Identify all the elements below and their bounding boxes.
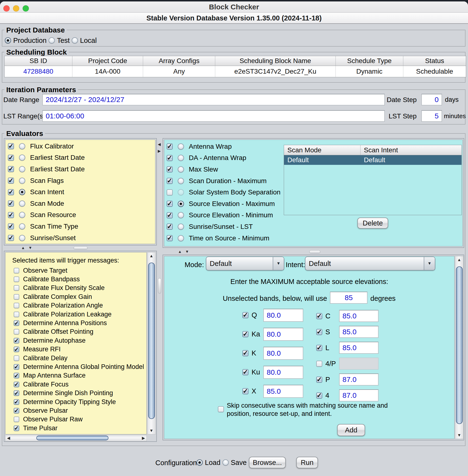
band-checkbox[interactable]: ✓	[242, 350, 249, 356]
constraint-checkbox[interactable]	[167, 189, 173, 195]
trigger-vscrollbar[interactable]: ▲ ▼	[147, 252, 156, 434]
trigger-checkbox[interactable]: ✓	[14, 390, 19, 396]
evaluator-checkbox[interactable]: ✓	[8, 212, 14, 218]
lst-step-input[interactable]: 5	[421, 110, 442, 122]
default-elevation-input[interactable]: 85	[330, 292, 367, 304]
evaluator-radio[interactable]	[19, 212, 25, 218]
project-db-option-radio[interactable]	[49, 37, 55, 44]
scan-table-row[interactable]: DefaultDefault	[284, 155, 462, 165]
band-checkbox[interactable]: ✓	[316, 329, 322, 335]
evaluator-checkbox[interactable]: ✓	[8, 189, 14, 195]
trigger-checkbox[interactable]	[14, 276, 19, 282]
constraint-radio[interactable]	[178, 201, 184, 207]
trigger-checkbox[interactable]: ✓	[14, 347, 19, 352]
evaluator-checkbox[interactable]: ✓	[8, 235, 14, 241]
vertical-splitter-grip[interactable]	[158, 278, 161, 293]
column-header-project-code[interactable]: Project Code	[73, 56, 143, 66]
configuration-option-save[interactable]: Save	[222, 459, 249, 467]
date-range-input[interactable]: 2024/12/27 - 2024/12/27	[42, 94, 385, 105]
scroll-up-icon[interactable]: ▲	[457, 258, 461, 262]
band-elevation-input[interactable]: 80.0	[263, 328, 303, 341]
band-checkbox[interactable]: ✓	[316, 345, 322, 351]
band-checkbox[interactable]	[316, 361, 322, 367]
constraint-checkbox[interactable]: ✓	[167, 143, 173, 150]
constraint-radio[interactable]	[178, 178, 184, 184]
evaluator-radio[interactable]	[19, 200, 25, 207]
intent-dropdown[interactable]: Default ▼	[305, 257, 435, 271]
constraint-radio[interactable]	[178, 166, 184, 172]
skip-consecutive-checkbox[interactable]	[218, 406, 224, 412]
band-elevation-input[interactable]: 80.0	[263, 347, 303, 360]
constraint-checkbox[interactable]: ✓	[167, 224, 173, 230]
trigger-checkbox[interactable]	[14, 329, 19, 335]
evaluator-checkbox[interactable]: ✓	[8, 166, 14, 172]
scroll-down-icon[interactable]: ▼	[149, 429, 153, 433]
constraint-radio[interactable]	[178, 143, 184, 150]
band-checkbox[interactable]: ✓	[242, 312, 249, 318]
band-elevation-input[interactable]: 85.0	[339, 326, 379, 338]
band-elevation-input[interactable]: 80.0	[263, 366, 303, 379]
column-header-scheduling-block-name[interactable]: Scheduling Block Name	[215, 56, 336, 66]
column-header-sb-id[interactable]: SB ID	[5, 56, 73, 66]
minimize-icon[interactable]	[13, 5, 19, 12]
scheduling-table-row[interactable]: 4728848014A-000Anye2eST3C147v2_Dec27_KuD…	[5, 66, 466, 77]
evaluator-radio[interactable]	[19, 143, 25, 150]
band-checkbox[interactable]: ✓	[242, 369, 249, 375]
trigger-checkbox[interactable]: ✓	[14, 373, 19, 378]
detail-vscroll-thumb[interactable]	[456, 266, 463, 424]
band-elevation-input[interactable]: 85.0	[339, 310, 379, 322]
trigger-checkbox[interactable]	[14, 294, 19, 300]
constraint-checkbox[interactable]: ✓	[167, 155, 173, 161]
right-splitter-down-icon[interactable]: ▼	[185, 250, 189, 254]
evaluator-checkbox[interactable]: ✓	[8, 143, 14, 149]
trigger-checkbox[interactable]	[14, 312, 19, 317]
trigger-checkbox[interactable]	[14, 303, 19, 308]
scan-column-header-scan-mode[interactable]: Scan Mode	[284, 145, 361, 155]
trigger-checkbox[interactable]: ✓	[14, 382, 19, 387]
trigger-checkbox[interactable]	[14, 416, 19, 422]
constraint-checkbox[interactable]: ✓	[167, 201, 173, 207]
column-header-array-configs[interactable]: Array Configs	[143, 56, 215, 66]
scan-column-header-scan-intent[interactable]: Scan Intent	[361, 145, 462, 155]
project-db-option-radio[interactable]	[5, 37, 11, 44]
constraint-radio[interactable]	[178, 155, 184, 161]
trigger-checkbox[interactable]: ✓	[14, 408, 19, 414]
constraint-checkbox[interactable]: ✓	[167, 212, 173, 218]
band-checkbox[interactable]: ✓	[242, 331, 249, 337]
band-checkbox[interactable]: ✓	[316, 377, 322, 383]
scroll-down-icon[interactable]: ▼	[457, 433, 461, 437]
trigger-checkbox[interactable]: ✓	[14, 364, 19, 370]
evaluator-checkbox[interactable]: ✓	[8, 178, 14, 184]
band-checkbox[interactable]: ✓	[242, 388, 249, 394]
constraint-checkbox[interactable]: ✓	[167, 166, 173, 172]
band-elevation-input[interactable]: 80.0	[263, 309, 303, 322]
trigger-checkbox[interactable]: ✓	[14, 399, 19, 405]
zoom-icon[interactable]	[23, 5, 29, 12]
trigger-checkbox[interactable]: ✓	[14, 426, 19, 431]
left-splitter-down-icon[interactable]: ▼	[28, 246, 32, 250]
evaluator-checkbox[interactable]: ✓	[8, 200, 14, 206]
band-elevation-input[interactable]: 87.0	[339, 389, 379, 401]
scroll-right-icon[interactable]: ▶	[142, 436, 145, 440]
evaluator-radio[interactable]	[19, 189, 25, 195]
trigger-checkbox[interactable]	[14, 268, 19, 273]
lst-range-input[interactable]: 01:00-06:00	[42, 110, 385, 122]
constraint-checkbox[interactable]: ✓	[167, 235, 173, 241]
evaluator-radio[interactable]	[19, 235, 25, 241]
date-step-input[interactable]: 0	[421, 94, 442, 105]
constraint-radio[interactable]	[178, 235, 184, 241]
evaluator-radio[interactable]	[19, 154, 25, 161]
evaluator-radio[interactable]	[19, 166, 25, 172]
browse-button[interactable]: Browse...	[249, 457, 286, 468]
project-db-option-radio[interactable]	[72, 37, 78, 44]
trigger-checkbox[interactable]	[14, 434, 19, 434]
add-button[interactable]: Add	[337, 424, 365, 436]
band-checkbox[interactable]: ✓	[316, 393, 322, 399]
column-header-status[interactable]: Status	[403, 56, 466, 66]
trigger-checkbox[interactable]: ✓	[14, 320, 19, 326]
right-splitter-up-icon[interactable]: ▲	[178, 250, 182, 254]
configuration-option-load[interactable]: Load	[196, 459, 222, 467]
band-elevation-input[interactable]: 85.0	[263, 385, 303, 398]
band-checkbox[interactable]: ✓	[316, 313, 322, 319]
splitter-collapse-right-icon[interactable]: ▶	[158, 149, 161, 153]
